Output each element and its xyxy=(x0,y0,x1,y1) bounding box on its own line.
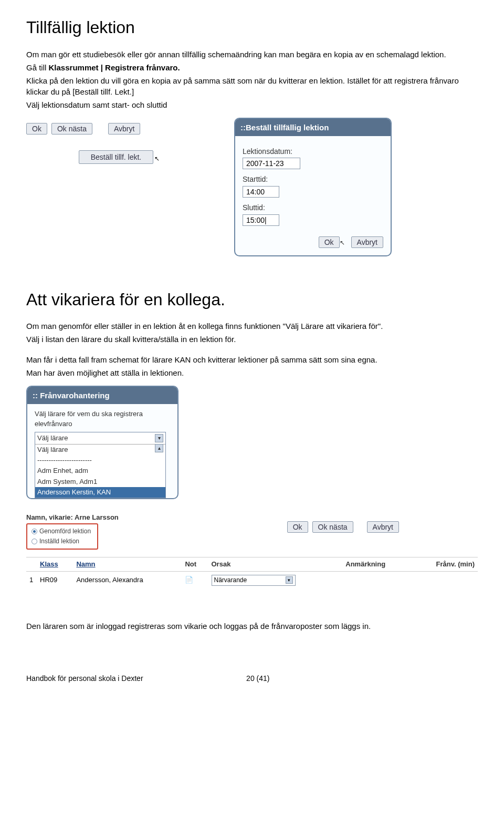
list-item[interactable]: Adm Enhet, adm xyxy=(35,466,165,476)
panel-cancel-button[interactable]: Avbryt xyxy=(351,236,383,248)
panel2-hint: Välj lärare för vem du ska registrera el… xyxy=(35,409,170,428)
wide-cancel-button[interactable]: Avbryt xyxy=(367,521,399,533)
ok-button[interactable]: Ok xyxy=(26,123,47,135)
footer-left: Handbok för personal skola i Dexter xyxy=(26,674,143,684)
list-item-separator: ------------------------ xyxy=(35,455,165,466)
order-temp-lesson-button[interactable]: Beställ tillf. lekt. xyxy=(79,150,153,164)
radio-unchecked-icon[interactable] xyxy=(32,539,37,544)
body2-2: Välj i listan den lärare du skall kvitte… xyxy=(26,334,478,345)
page-title: Tillfällig lektion xyxy=(26,16,478,39)
body2-1: Om man genomför eller ställer in en lekt… xyxy=(26,321,478,332)
cursor-pointer-icon: ↖ xyxy=(154,154,160,163)
end-label: Sluttid: xyxy=(243,203,383,213)
radio-completed-label[interactable]: Genomförd lektion xyxy=(39,528,91,535)
lesson-date-input[interactable] xyxy=(243,158,300,169)
cursor-pointer-icon: ↖ xyxy=(340,239,345,250)
footer-right: 20 (41) xyxy=(246,674,269,684)
col-namn[interactable]: Namn xyxy=(73,557,182,571)
radio-checked-icon[interactable] xyxy=(32,529,37,534)
attendance-table: Klass Namn Not Orsak Anmärkning Frånv. (… xyxy=(26,557,478,589)
start-time-input[interactable] xyxy=(243,186,279,198)
wide-ok-button[interactable]: Ok xyxy=(287,521,308,533)
body2-4: Man har även möjlighet att ställa in lek… xyxy=(26,367,478,378)
intro-1: Om man gör ett studiebesök eller gör ann… xyxy=(26,49,478,60)
section-title-substitute: Att vikariera för en kollega. xyxy=(26,288,478,312)
table-row: 1 HR09 Andersson, Alexandra 📄 Närvarande… xyxy=(26,571,478,588)
row-namn: Andersson, Alexandra xyxy=(73,571,182,588)
end-time-input[interactable] xyxy=(243,214,279,226)
reason-value: Närvarande xyxy=(214,576,247,585)
intro-4: Välj lektionsdatum samt start- och slutt… xyxy=(26,99,478,110)
note-icon[interactable]: 📄 xyxy=(185,576,193,584)
absence-handling-panel: :: Frånvarohantering Välj lärare för vem… xyxy=(26,386,178,499)
list-item[interactable]: Adm System, Adm1 xyxy=(35,477,165,487)
reason-select[interactable]: Närvarande ▾ xyxy=(212,575,296,586)
row-klass: HR09 xyxy=(37,571,73,588)
chevron-up-icon[interactable]: ▴ xyxy=(155,444,163,452)
list-item[interactable]: Välj lärare ▴ xyxy=(35,445,165,455)
cancel-button[interactable]: Avbryt xyxy=(108,123,140,135)
closing-text: Den läraren som är inloggad registreras … xyxy=(26,621,478,632)
row-index: 1 xyxy=(26,571,37,588)
date-label: Lektionsdatum: xyxy=(243,147,383,157)
intro-2: Gå till Klassrummet | Registrera frånvar… xyxy=(26,62,478,73)
chevron-down-icon[interactable]: ▾ xyxy=(155,434,163,442)
order-temp-lesson-panel: ::Beställ tillfällig lektion Lektionsdat… xyxy=(234,118,392,256)
col-klass[interactable]: Klass xyxy=(37,557,73,571)
radio-cancelled-label[interactable]: Inställd lektion xyxy=(39,538,79,545)
start-label: Starttid: xyxy=(243,174,383,185)
chevron-down-icon[interactable]: ▾ xyxy=(286,576,293,584)
ok-next-button[interactable]: Ok nästa xyxy=(51,123,92,135)
col-not: Not xyxy=(182,557,208,571)
wide-ok-next-button[interactable]: Ok nästa xyxy=(312,521,353,533)
lesson-status-radio-group: Genomförd lektion Inställd lektion xyxy=(26,523,98,550)
col-orsak: Orsak xyxy=(208,557,343,571)
teacher-select[interactable]: Välj lärare ▾ Välj lärare ▴ ------------… xyxy=(35,432,166,498)
substitute-name-label: Namn, vikarie: Arne Larsson xyxy=(26,513,119,522)
col-franv: Frånv. (min) xyxy=(411,557,478,571)
panel-ok-button[interactable]: Ok xyxy=(319,236,340,248)
teacher-select-value: Välj lärare xyxy=(37,433,68,443)
list-item-selected[interactable]: Andersson Kerstin, KAN xyxy=(35,487,165,498)
col-anm: Anmärkning xyxy=(342,557,411,571)
panel-title: ::Beställ tillfällig lektion xyxy=(235,119,391,136)
intro-3: Klicka på den lektion du vill göra en ko… xyxy=(26,75,478,97)
panel2-title: :: Frånvarohantering xyxy=(27,387,177,404)
body2-3: Man får i detta fall fram schemat för lä… xyxy=(26,354,478,365)
